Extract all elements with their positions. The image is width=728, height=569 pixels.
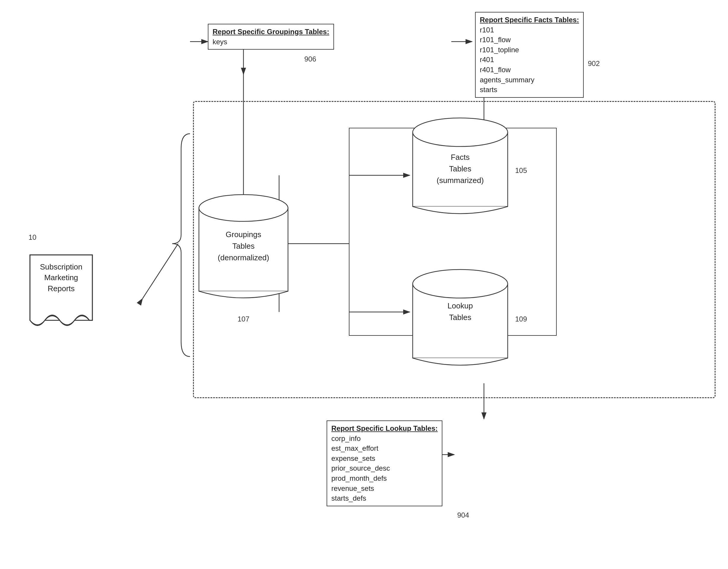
groupings-tables-header: Report Specific Groupings Tables: xyxy=(213,28,329,36)
facts-tables-items: r101 r101_flow r101_topline r401 r401_fl… xyxy=(480,26,534,94)
ref-906: 906 xyxy=(304,55,316,63)
ref-105: 105 xyxy=(515,166,527,175)
ref-107: 107 xyxy=(238,315,249,323)
groupings-cylinder-label: Groupings Tables (denormalized) xyxy=(196,229,291,263)
facts-tables-header: Report Specific Facts Tables: xyxy=(480,16,579,24)
diagram-container: Subscription Marketing Reports 10 Report… xyxy=(0,0,728,569)
ref-109: 109 xyxy=(515,315,527,323)
groupings-tables-box: Report Specific Groupings Tables: keys xyxy=(208,24,334,50)
svg-point-22 xyxy=(413,269,508,298)
groupings-tables-key: keys xyxy=(213,38,227,46)
svg-line-10 xyxy=(143,244,178,299)
doc-shape-label: Subscription Marketing Reports xyxy=(29,261,94,294)
svg-point-20 xyxy=(413,118,508,146)
ref-902: 902 xyxy=(588,59,600,68)
facts-tables-box: Report Specific Facts Tables: r101 r101_… xyxy=(475,12,584,98)
svg-point-18 xyxy=(199,195,288,221)
lookup-tables-header: Report Specific Lookup Tables: xyxy=(331,424,438,432)
ref-10: 10 xyxy=(29,233,37,241)
facts-cylinder-label: Facts Tables (summarized) xyxy=(410,151,511,186)
ref-904: 904 xyxy=(457,511,469,519)
doc-label-text: Subscription Marketing Reports xyxy=(40,262,82,293)
lookup-tables-box: Report Specific Lookup Tables: corp_info… xyxy=(327,421,442,506)
lookup-cylinder-label: Lookup Tables xyxy=(410,300,511,323)
lookup-tables-items: corp_info est_max_effort expense_sets pr… xyxy=(331,434,390,502)
